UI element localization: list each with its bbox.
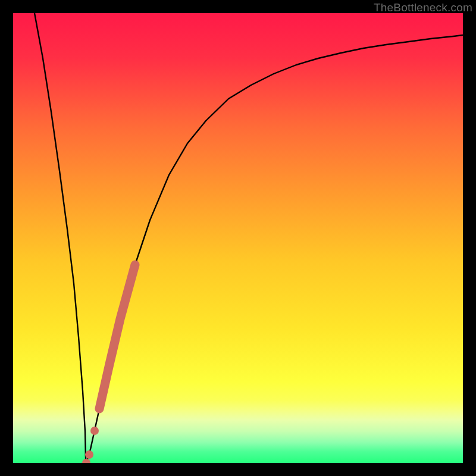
marker-dot-lower — [85, 450, 93, 459]
chart-frame: TheBottleneck.com — [0, 0, 476, 476]
plot-area — [13, 13, 463, 463]
marker-dot-upper — [90, 427, 99, 435]
gradient-background — [13, 13, 463, 463]
watermark-text: TheBottleneck.com — [374, 1, 472, 14]
chart-svg — [13, 13, 463, 463]
